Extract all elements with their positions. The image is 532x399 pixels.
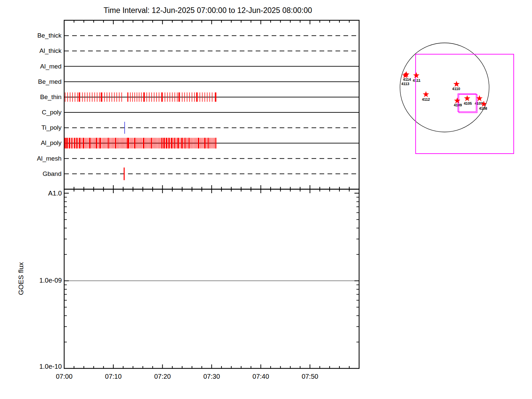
x-tick-label-07:40: 07:40: [246, 372, 276, 380]
active-region-label-4108: 4108: [475, 106, 491, 111]
filter-label-c_poly: C_poly: [12, 108, 62, 116]
y-tick-label-1.0e-09: 1.0e-09: [22, 276, 62, 284]
filter-label-ti_poly: Ti_poly: [12, 124, 62, 132]
figure-title: Time Interval: 12-Jun-2025 07:00:00 to 1…: [57, 6, 359, 15]
filter-label-gband: Gband: [12, 170, 62, 178]
active-region-label-4110: 4110: [449, 87, 464, 91]
active-region-label-4112: 4112: [418, 97, 434, 102]
active-region-label-4107: 4107: [471, 101, 486, 106]
filter-label-al_mesh: Al_mesh: [12, 155, 62, 163]
x-tick-label-07:10: 07:10: [98, 372, 128, 380]
x-tick-label-07:00: 07:00: [49, 372, 79, 380]
filter-label-al_poly: Al_poly: [12, 139, 62, 147]
filter-label-be_thick: Be_thick: [12, 32, 62, 40]
x-tick-label-07:50: 07:50: [295, 372, 325, 380]
y-tick-label-a1.0: A1.0: [22, 189, 62, 197]
filter-label-al_med: Al_med: [12, 63, 62, 70]
filter-label-be_med: Be_med: [12, 78, 62, 86]
filter-label-al_thick: Al_thick: [12, 47, 62, 55]
filter-label-be_thin: Be_thin: [12, 93, 62, 101]
goes-flux-axis-title: GOES flux: [17, 259, 25, 299]
xrt-observation-figure: Time Interval: 12-Jun-2025 07:00:00 to 1…: [0, 0, 532, 399]
active-region-label-4111: 4111: [409, 78, 424, 83]
x-tick-label-07:30: 07:30: [197, 372, 227, 380]
x-tick-label-07:20: 07:20: [148, 372, 178, 380]
y-tick-label-1.0e-10: 1.0e-10: [22, 362, 62, 370]
plot-canvas: [0, 0, 532, 399]
